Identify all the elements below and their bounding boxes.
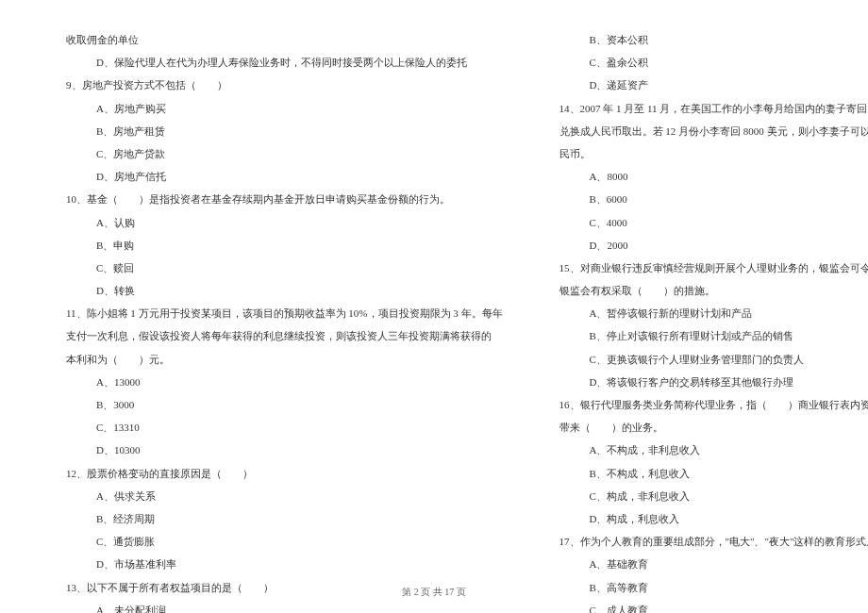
page-footer: 第 2 页 共 17 页 bbox=[0, 586, 868, 599]
text-line: 带来（ ）的业务。 bbox=[559, 416, 868, 439]
text-line: B、停止对该银行所有理财计划或产品的销售 bbox=[559, 324, 868, 347]
text-line: A、基础教育 bbox=[559, 553, 868, 575]
text-line: B、资本公积 bbox=[559, 28, 868, 51]
right-column: B、资本公积C、盈余公积D、递延资产14、2007 年 1 月至 11 月，在美… bbox=[559, 28, 868, 613]
text-line: C、成人教育 bbox=[559, 599, 868, 613]
text-line: D、2000 bbox=[559, 234, 868, 257]
text-line: C、赎回 bbox=[66, 257, 503, 279]
text-line: D、保险代理人在代为办理人寿保险业务时，不得同时接受两个以上保险人的委托 bbox=[66, 51, 503, 74]
text-line: 支付一次利息，假设该投资人将每年获得的利息继续投资，则该投资人三年投资期满将获得… bbox=[66, 324, 503, 347]
text-line: B、不构成，利息收入 bbox=[559, 462, 868, 485]
text-line: A、不构成，非利息收入 bbox=[559, 439, 868, 461]
text-line: A、暂停该银行新的理财计划和产品 bbox=[559, 302, 868, 324]
text-line: 收取佣金的单位 bbox=[66, 28, 503, 51]
text-line: A、供求关系 bbox=[66, 485, 503, 507]
text-line: 民币。 bbox=[559, 142, 868, 165]
text-line: D、转换 bbox=[66, 279, 503, 302]
text-line: B、6000 bbox=[559, 188, 868, 210]
text-line: 14、2007 年 1 月至 11 月，在美国工作的小李每月给国内的妻子寄回 4… bbox=[559, 97, 868, 120]
document-content: 收取佣金的单位D、保险代理人在代为办理人寿保险业务时，不得同时接受两个以上保险人… bbox=[66, 28, 802, 613]
text-line: C、4000 bbox=[559, 211, 868, 234]
text-line: D、市场基准利率 bbox=[66, 553, 503, 575]
text-line: D、房地产信托 bbox=[66, 165, 503, 188]
text-line: 银监会有权采取（ ）的措施。 bbox=[559, 279, 868, 302]
text-line: C、构成，非利息收入 bbox=[559, 485, 868, 507]
text-line: 15、对商业银行违反审慎经营规则开展个人理财业务的，银监会可令其限期改正，逾期未… bbox=[559, 257, 868, 279]
text-line: 12、股票价格变动的直接原因是（ ） bbox=[66, 462, 503, 485]
text-line: D、10300 bbox=[66, 439, 503, 461]
text-line: B、申购 bbox=[66, 234, 503, 257]
text-line: D、将该银行客户的交易转移至其他银行办理 bbox=[559, 371, 868, 393]
text-line: 11、陈小姐将 1 万元用于投资某项目，该项目的预期收益率为 10%，项目投资期… bbox=[66, 302, 503, 324]
text-line: 16、银行代理服务类业务简称代理业务，指（ ）商业银行表内资产负债业务，给商业银… bbox=[559, 393, 868, 416]
text-line: B、3000 bbox=[66, 393, 503, 416]
text-line: A、8000 bbox=[559, 165, 868, 188]
text-line: D、递延资产 bbox=[559, 74, 868, 96]
text-line: C、通货膨胀 bbox=[66, 530, 503, 553]
text-line: 9、房地产投资方式不包括（ ） bbox=[66, 74, 503, 96]
text-line: A、认购 bbox=[66, 211, 503, 234]
text-line: C、房地产贷款 bbox=[66, 142, 503, 165]
text-line: A、未分配利润 bbox=[66, 599, 503, 613]
text-line: 兑换成人民币取出。若 12 月份小李寄回 8000 美元，则小李妻子可以将（ ）… bbox=[559, 120, 868, 142]
text-line: C、盈余公积 bbox=[559, 51, 868, 74]
text-line: C、13310 bbox=[66, 416, 503, 439]
text-line: A、13000 bbox=[66, 371, 503, 393]
left-column: 收取佣金的单位D、保险代理人在代为办理人寿保险业务时，不得同时接受两个以上保险人… bbox=[66, 28, 503, 613]
text-line: D、构成，利息收入 bbox=[559, 507, 868, 530]
text-line: 本利和为（ ）元。 bbox=[66, 348, 503, 371]
text-line: 17、作为个人教育的重要组成部分，"电大"、"夜大"这样的教育形式属于（ ） bbox=[559, 530, 868, 553]
text-line: A、房地产购买 bbox=[66, 97, 503, 120]
text-line: B、经济周期 bbox=[66, 507, 503, 530]
text-line: C、更换该银行个人理财业务管理部门的负责人 bbox=[559, 348, 868, 371]
text-line: 10、基金（ ）是指投资者在基金存续期内基金开放日申请购买基金份额的行为。 bbox=[66, 188, 503, 210]
text-line: B、房地产租赁 bbox=[66, 120, 503, 142]
